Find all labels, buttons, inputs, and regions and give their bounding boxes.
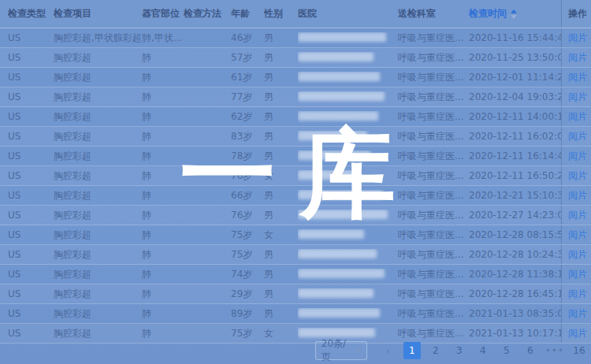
cell-age: 77岁 [231,91,264,104]
cell-exam-time: 2021-01-13 08:35:05 [469,308,561,319]
col-header-method[interactable]: 检查方法 [184,7,231,20]
chevron-down-icon [355,349,361,353]
hospital-redacted-block [298,72,380,81]
cell-exam-type: US [8,269,54,280]
hospital-redacted-block [298,229,364,239]
cell-exam-item: 胸腔彩超 [54,189,142,202]
view-image-link[interactable]: 阅片 [568,288,587,301]
table-row[interactable]: US 胸腔彩超 肺 76岁 女 呼吸与重症医... 2020-12-11 16:… [0,166,591,186]
cell-exam-item: 胸腔彩超 [54,327,142,340]
table-row[interactable]: US 胸腔彩超 肺 75岁 女 呼吸与重症医... 2020-12-28 08:… [0,225,591,245]
cell-exam-type: US [8,72,54,83]
table-row[interactable]: US 胸腔彩超 肺 89岁 男 呼吸与重症医... 2021-01-13 08:… [0,304,591,324]
table-row[interactable]: US 胸腔彩超 肺 83岁 男 呼吸与重症医... 2020-12-11 16:… [0,127,591,147]
page-size-select[interactable]: 20条/页 [315,341,367,360]
table-row[interactable]: US 胸腔彩超 肺 74岁 男 呼吸与重症医... 2020-12-28 11:… [0,265,591,284]
table-row[interactable]: US 胸腔彩超 肺 78岁 男 呼吸与重症医... 2020-12-11 16:… [0,147,591,166]
cell-hospital [298,210,398,221]
sort-carets[interactable] [511,9,517,19]
cell-organ: 肺 [142,110,184,124]
hospital-redacted-block [298,131,367,140]
cell-exam-item: 胸腔彩超 [54,288,142,301]
view-image-link[interactable]: 阅片 [568,110,587,124]
view-image-link[interactable]: 阅片 [568,327,587,340]
table-row[interactable]: US 胸腔彩超 肺 57岁 男 呼吸与重症医... 2020-11-25 13:… [0,48,591,68]
cell-exam-item: 胸腔彩超,甲状腺彩超 [54,32,142,45]
cell-organ: 肺 [142,130,184,143]
table-row[interactable]: US 胸腔彩超 肺 75岁 男 呼吸与重症医... 2020-12-28 10:… [0,245,591,265]
cell-age: 66岁 [231,189,264,202]
page-ellipsis[interactable]: ••• [545,342,564,359]
cell-exam-time: 2020-12-21 15:10:33 [469,190,561,201]
cell-action: 阅片 [561,304,591,323]
cell-dept: 呼吸与重症医... [398,307,469,321]
col-header-organ[interactable]: 器官部位 [142,7,184,20]
table-row[interactable]: US 胸腔彩超 肺 62岁 男 呼吸与重症医... 2020-12-11 14:… [0,107,591,127]
col-header-dept[interactable]: 送检科室 [398,7,469,20]
page-button-1[interactable]: 1 [403,342,421,359]
view-image-link[interactable]: 阅片 [568,209,587,222]
view-image-link[interactable]: 阅片 [568,268,587,281]
view-image-link[interactable]: 阅片 [568,130,587,143]
cell-organ: 肺 [142,288,184,301]
cell-exam-type: US [8,210,54,221]
hospital-redacted-block [298,328,375,337]
col-header-hospital[interactable]: 医院 [298,7,398,20]
cell-exam-item: 胸腔彩超 [54,51,142,65]
table-row[interactable]: US 胸腔彩超,甲状腺彩超 肺,甲状... 46岁 男 呼吸与重症医... 20… [0,28,591,48]
view-image-link[interactable]: 阅片 [568,307,587,321]
cell-gender: 女 [264,169,298,183]
view-image-link[interactable]: 阅片 [568,51,587,65]
cell-exam-type: US [8,150,54,162]
view-image-link[interactable]: 阅片 [568,32,587,45]
cell-organ: 肺 [142,91,184,104]
view-image-link[interactable]: 阅片 [568,189,587,202]
table-row[interactable]: US 胸腔彩超 肺 77岁 男 呼吸与重症医... 2020-12-04 19:… [0,87,591,107]
cell-exam-item: 胸腔彩超 [54,110,142,124]
cell-action: 阅片 [561,147,591,165]
page-button-2[interactable]: 2 [427,342,444,359]
hospital-redacted-block [298,308,380,318]
table-row[interactable]: US 胸腔彩超 肺 66岁 男 呼吸与重症医... 2020-12-21 15:… [0,186,591,206]
page-button-5[interactable]: 5 [498,342,515,359]
view-image-link[interactable]: 阅片 [568,150,587,163]
page-button-16[interactable]: 16 [571,342,588,359]
view-image-link[interactable]: 阅片 [568,248,587,262]
table-row[interactable]: US 胸腔彩超 肺 61岁 男 呼吸与重症医... 2020-12-01 11:… [0,68,591,87]
hospital-redacted-block [298,52,374,61]
prev-page-button[interactable]: ‹ [380,342,397,359]
view-image-link[interactable]: 阅片 [568,228,587,242]
cell-gender: 男 [264,150,298,163]
cell-dept: 呼吸与重症医... [398,51,469,65]
cell-organ: 肺 [142,307,184,321]
page-size-label: 20条/页 [322,337,355,364]
col-header-exam-item[interactable]: 检查项目 [54,7,142,20]
page-button-4[interactable]: 4 [474,342,492,359]
col-header-gender[interactable]: 性别 [264,7,298,20]
cell-dept: 呼吸与重症医... [398,150,469,163]
cell-action: 阅片 [561,284,591,303]
hospital-redacted-block [298,150,370,160]
cell-dept: 呼吸与重症医... [398,288,469,301]
cell-dept: 呼吸与重症医... [398,110,469,124]
cell-exam-item: 胸腔彩超 [54,228,142,242]
cell-dept: 呼吸与重症医... [398,209,469,222]
cell-gender: 男 [264,51,298,65]
page-button-6[interactable]: 6 [522,342,539,359]
page-button-3[interactable]: 3 [451,342,468,359]
table-row[interactable]: US 胸腔彩超 肺 29岁 男 呼吸与重症医... 2020-12-28 16:… [0,284,591,304]
table-body: US 胸腔彩超,甲状腺彩超 肺,甲状... 46岁 男 呼吸与重症医... 20… [0,28,591,344]
view-image-link[interactable]: 阅片 [568,91,587,104]
col-header-exam-type[interactable]: 检查类型 [8,7,54,20]
cell-action: 阅片 [561,245,591,264]
view-image-link[interactable]: 阅片 [568,71,587,84]
exam-table: 检查类型 检查项目 器官部位 检查方法 年龄 性别 医院 送检科室 检查时间 操… [0,0,591,344]
cell-hospital [298,150,398,162]
cell-gender: 女 [264,327,298,340]
table-row[interactable]: US 胸腔彩超 肺 76岁 男 呼吸与重症医... 2020-12-27 14:… [0,206,591,225]
pagination-bar: 20条/页 ‹ 1 2 3 4 5 6 ••• 16 [0,340,588,361]
col-header-age[interactable]: 年龄 [231,7,264,20]
col-header-exam-time[interactable]: 检查时间 [469,7,561,20]
view-image-link[interactable]: 阅片 [568,169,587,183]
cell-exam-time: 2020-12-11 16:14:49 [469,150,561,162]
